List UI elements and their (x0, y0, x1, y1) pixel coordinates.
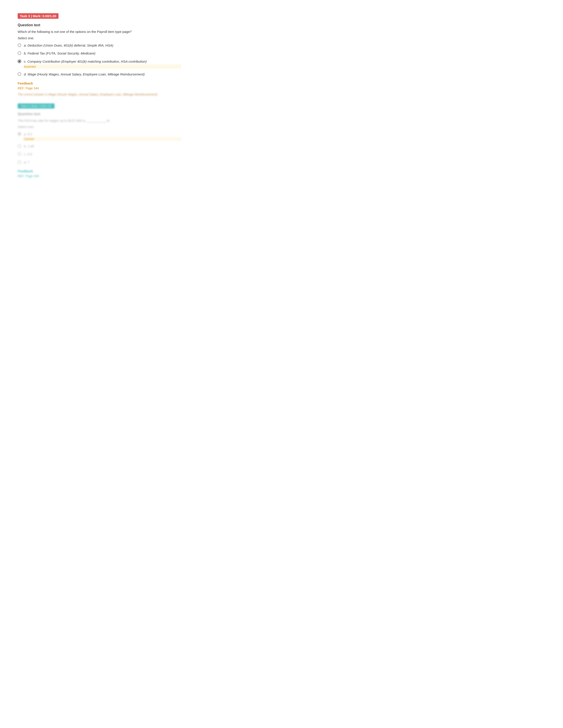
task1-option-d[interactable]: d. Wage (Hourly Wages, Annual Salary, Em… (18, 72, 181, 77)
task2-select-one: Select one: (18, 125, 181, 129)
task2-option-b-text: b. 1.45 (24, 144, 34, 148)
task1-option-d-text: d. Wage (Hourly Wages, Annual Salary, Em… (24, 72, 145, 76)
task1-header: Task 3 | Mark: 0.00/1.00 (18, 13, 181, 23)
task1-option-b-text: b. Federal Tax (FUTA, Social Security, M… (24, 51, 95, 55)
task2-option-d-text: d. 7 (24, 160, 29, 164)
task1-radio-circle-a (18, 43, 21, 47)
task2-option-a-text: a. 6.2 (24, 132, 32, 136)
task2-feedback-title: Feedback (18, 169, 181, 173)
task2-option-d: d. 7 (18, 160, 181, 165)
task1-radio-circle-c (18, 60, 21, 63)
task1-feedback-title: Feedback (18, 81, 181, 85)
task2-option-a-block: a. 6.2 Correct (24, 132, 181, 141)
task2-radio-b (18, 144, 24, 149)
task1-radio-circle-d (18, 72, 21, 76)
task2-radio-circle-a (18, 132, 21, 136)
task1-option-c-block: c. Company Contribution (Employer 401(k)… (24, 59, 181, 69)
task2-radio-circle-d (18, 160, 21, 164)
task1-question: Which of the following is not one of the… (18, 29, 181, 34)
task1-section-label: Question text (18, 23, 181, 27)
task1-badge: Task 3 | Mark: 0.00/1.00 (18, 13, 58, 19)
task1-option-b-block: b. Federal Tax (FUTA, Social Security, M… (24, 51, 181, 56)
task1-ref: REF: Page 344 (18, 86, 181, 90)
task2-radio-c (18, 152, 24, 157)
task2-section-label: Question text (18, 112, 181, 116)
task1-select-one: Select one: (18, 36, 181, 40)
task2-radio-d (18, 160, 24, 165)
task1-radio-b[interactable] (18, 51, 24, 56)
task1-option-b[interactable]: b. Federal Tax (FUTA, Social Security, M… (18, 51, 181, 56)
task2-radio-a (18, 132, 24, 137)
task2-badge: Task 4 | Mark: 0.00/1.00 (18, 103, 55, 109)
task2-radio-circle-b (18, 144, 21, 148)
task2-option-b-block: b. 1.45 (24, 144, 181, 149)
task2-incorrect-label: Correct (24, 137, 181, 141)
task2-feedback: Feedback REF: Page 346 (18, 169, 181, 178)
task1-options: a. Deduction (Union Dues, 401(k) deferra… (18, 43, 181, 77)
task1-option-a-block: a. Deduction (Union Dues, 401(k) deferra… (24, 43, 181, 48)
task1-radio-d[interactable] (18, 72, 24, 77)
task1-radio-c[interactable] (18, 59, 24, 64)
task2-option-c-text: c. 0.9 (24, 152, 32, 156)
task1-option-a[interactable]: a. Deduction (Union Dues, 401(k) deferra… (18, 43, 181, 48)
task1-option-a-text: a. Deduction (Union Dues, 401(k) deferra… (24, 43, 113, 47)
task2-header-wrap: Task 4 | Mark: 0.00/1.00 (18, 103, 181, 112)
task1-option-d-block: d. Wage (Hourly Wages, Annual Salary, Em… (24, 72, 181, 77)
task2-radio-circle-c (18, 152, 21, 156)
task2-question: The FICA tax rate for wages up to $137,0… (18, 118, 181, 123)
task1-container: Task 3 | Mark: 0.00/1.00 Question text W… (18, 13, 181, 97)
task2-option-a: a. 6.2 Correct (18, 132, 181, 141)
task1-incorrect-label: Incorrect (24, 64, 181, 69)
task2-container: Task 4 | Mark: 0.00/1.00 Question text T… (18, 103, 181, 178)
task2-ref: REF: Page 346 (18, 174, 181, 178)
task2-options: a. 6.2 Correct b. 1.45 c. 0.9 (18, 132, 181, 165)
task1-radio-circle-b (18, 51, 21, 55)
task1-radio-a[interactable] (18, 43, 24, 48)
task2-option-c: c. 0.9 (18, 152, 181, 157)
task1-option-c-text: c. Company Contribution (Employer 401(k)… (24, 60, 147, 63)
task2-option-d-block: d. 7 (24, 160, 181, 165)
task1-option-c[interactable]: c. Company Contribution (Employer 401(k)… (18, 59, 181, 69)
task2-option-c-block: c. 0.9 (24, 152, 181, 157)
task1-feedback: Feedback REF: Page 344 The correct answe… (18, 81, 181, 97)
task2-option-b: b. 1.45 (18, 144, 181, 149)
task1-answer-blurred: The correct answer is Wage (Hourly Wages… (18, 92, 181, 97)
